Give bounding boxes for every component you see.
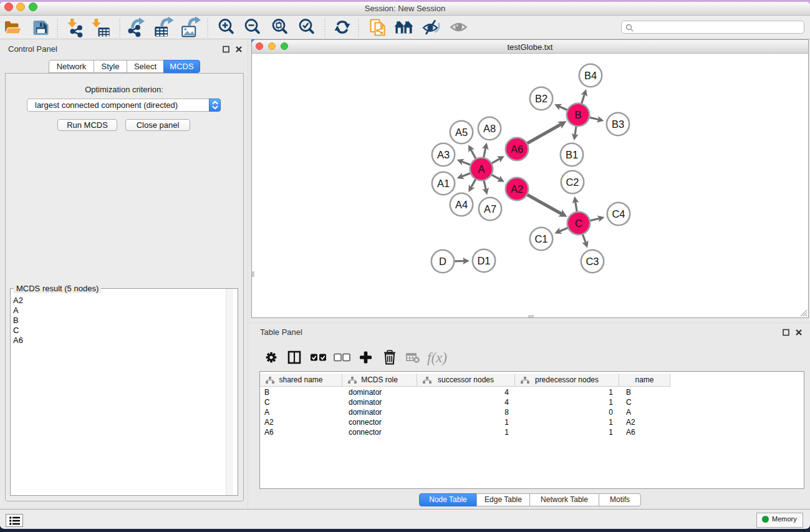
svg-text:A6: A6 xyxy=(511,143,523,155)
svg-text:D: D xyxy=(439,256,446,267)
svg-text:B4: B4 xyxy=(584,70,597,81)
svg-text:A7: A7 xyxy=(484,203,496,215)
svg-text:B1: B1 xyxy=(566,149,578,160)
svg-text:A4: A4 xyxy=(455,199,468,210)
svg-text:C3: C3 xyxy=(586,256,599,267)
svg-text:A8: A8 xyxy=(483,123,496,134)
svg-text:f(x): f(x) xyxy=(427,350,447,365)
svg-text:D1: D1 xyxy=(477,255,490,266)
svg-text:C2: C2 xyxy=(566,177,579,188)
svg-text:A3: A3 xyxy=(437,149,450,160)
svg-text:A: A xyxy=(478,163,485,175)
svg-text:B3: B3 xyxy=(612,118,624,130)
svg-text:C4: C4 xyxy=(612,208,625,220)
svg-text:A1: A1 xyxy=(437,178,450,189)
svg-text:A5: A5 xyxy=(455,127,468,138)
svg-text:B: B xyxy=(574,109,581,120)
svg-text:B2: B2 xyxy=(535,93,547,104)
svg-text:C: C xyxy=(575,218,582,229)
svg-text:C1: C1 xyxy=(534,233,547,244)
svg-text:A2: A2 xyxy=(511,183,523,195)
